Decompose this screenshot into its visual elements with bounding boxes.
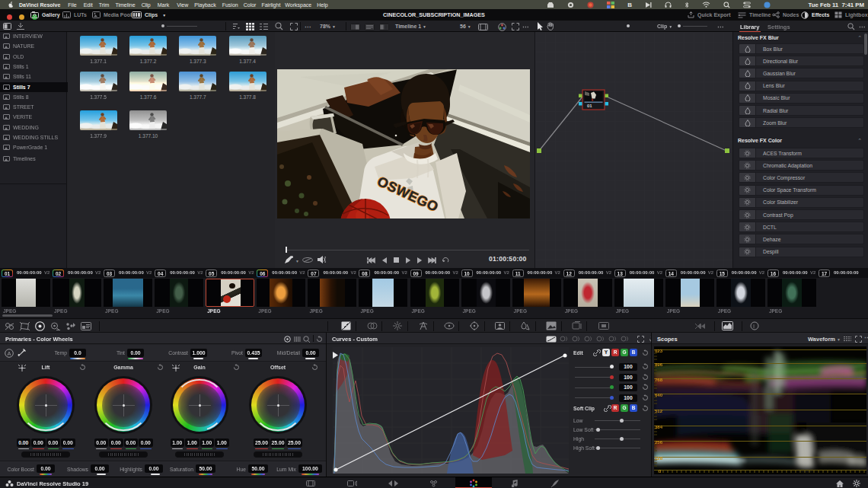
svg-text:i: i — [753, 324, 755, 329]
svg-text:256: 256 — [655, 440, 663, 445]
svg-text:896: 896 — [655, 362, 663, 367]
svg-text:023: 023 — [655, 349, 663, 353]
svg-text:A: A — [8, 350, 11, 357]
svg-text:512: 512 — [655, 409, 663, 413]
svg-text:640: 640 — [655, 393, 663, 397]
svg-text:384: 384 — [655, 425, 663, 429]
svg-text:128: 128 — [655, 456, 663, 461]
svg-text:01: 01 — [587, 104, 592, 108]
svg-text:768: 768 — [655, 378, 663, 382]
